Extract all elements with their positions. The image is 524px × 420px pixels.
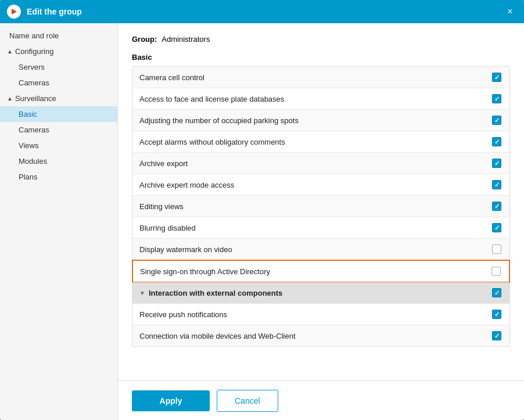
sidebar-item-cameras-configuring[interactable]: Cameras	[0, 75, 117, 91]
permission-checkbox[interactable]	[491, 179, 503, 191]
close-button[interactable]: ×	[503, 5, 517, 19]
permission-row: Accept alarms without obligatory comment…	[132, 131, 509, 153]
permission-list: Camera cell control Access to face and l…	[132, 66, 510, 347]
main-scroll-area: Group: Administrators Basic Camera cell …	[118, 23, 524, 380]
sidebar-item-label: Name and role	[9, 31, 59, 40]
permission-row: ▼ Interaction with external components	[132, 282, 509, 304]
permission-label: Adjusting the number of occupied parking…	[139, 116, 299, 125]
svg-marker-0	[12, 9, 17, 15]
permission-label: Access to face and license plate databas…	[139, 95, 284, 103]
sidebar: Name and role ▲ Configuring Servers Came…	[0, 23, 118, 420]
permission-checkbox[interactable]	[491, 136, 503, 148]
sidebar-item-cameras[interactable]: Cameras	[0, 122, 117, 138]
permission-row: Single sign-on through Active Directory	[132, 260, 510, 283]
permission-checkbox[interactable]	[491, 200, 503, 212]
permission-checkbox[interactable]	[491, 222, 503, 234]
dialog-body: Name and role ▲ Configuring Servers Came…	[0, 23, 524, 420]
permission-checkbox[interactable]	[490, 265, 502, 277]
dialog-title: Edit the group	[27, 7, 503, 16]
permission-row: Display watermark on video	[132, 239, 509, 260]
permission-label: Archive export	[139, 159, 188, 168]
surveillance-label: Surveillance	[15, 94, 56, 103]
permission-row: Connection via mobile devices and Web-Cl…	[132, 325, 509, 346]
permission-label: Interaction with external components	[149, 289, 491, 297]
permission-checkbox[interactable]	[491, 243, 503, 255]
permission-checkbox[interactable]	[491, 330, 503, 342]
permission-row: Archive expert mode access	[132, 174, 509, 196]
permission-row: Camera cell control	[132, 67, 509, 88]
permission-checkbox[interactable]	[491, 308, 503, 320]
sidebar-item-basic[interactable]: Basic	[0, 106, 117, 122]
chevron-up-icon: ▲	[7, 48, 13, 55]
permission-label: Archive expert mode access	[139, 181, 234, 189]
sidebar-item-views[interactable]: Views	[0, 138, 117, 153]
sidebar-section-surveillance[interactable]: ▲ Surveillance	[0, 91, 117, 106]
group-value: Administrators	[161, 35, 210, 44]
sidebar-section-configuring[interactable]: ▲ Configuring	[0, 44, 117, 59]
apply-button[interactable]: Apply	[132, 390, 210, 411]
sidebar-item-name-and-role[interactable]: Name and role	[0, 28, 117, 44]
permission-checkbox[interactable]	[491, 93, 503, 105]
permission-label: Blurring disabled	[139, 224, 196, 232]
sidebar-item-servers[interactable]: Servers	[0, 59, 117, 75]
permission-label: Connection via mobile devices and Web-Cl…	[139, 332, 296, 340]
permission-label: Accept alarms without obligatory comment…	[139, 138, 285, 146]
permission-label: Editing views	[139, 202, 184, 211]
main-content: Group: Administrators Basic Camera cell …	[118, 23, 524, 420]
footer: Apply Cancel	[118, 380, 524, 420]
permission-row: Blurring disabled	[132, 217, 509, 239]
permission-checkbox[interactable]	[491, 157, 503, 169]
permission-label: Camera cell control	[139, 73, 204, 82]
permission-checkbox[interactable]	[491, 287, 503, 299]
permission-row: Adjusting the number of occupied parking…	[132, 110, 509, 131]
title-bar: Edit the group ×	[0, 0, 524, 23]
section-chevron-icon: ▼	[139, 290, 145, 296]
permission-row: Editing views	[132, 196, 509, 217]
permission-row: Access to face and license plate databas…	[132, 88, 509, 110]
sidebar-item-modules[interactable]: Modules	[0, 153, 117, 169]
configuring-label: Configuring	[15, 47, 54, 56]
permission-row: Receive push notifications	[132, 304, 509, 325]
sidebar-item-plans[interactable]: Plans	[0, 169, 117, 185]
section-title: Basic	[132, 53, 510, 62]
cancel-button[interactable]: Cancel	[217, 390, 278, 412]
permission-label: Receive push notifications	[139, 310, 227, 319]
dialog: Edit the group × Name and role ▲ Configu…	[0, 0, 524, 420]
permission-checkbox[interactable]	[491, 71, 503, 83]
app-logo	[7, 5, 21, 19]
chevron-up-icon-2: ▲	[7, 95, 13, 102]
permission-label: Single sign-on through Active Directory	[140, 267, 270, 276]
permission-checkbox[interactable]	[491, 114, 503, 126]
permission-label: Display watermark on video	[139, 245, 232, 254]
permission-row: Archive export	[132, 153, 509, 174]
group-label: Group:	[132, 35, 157, 44]
group-header: Group: Administrators	[132, 35, 510, 44]
